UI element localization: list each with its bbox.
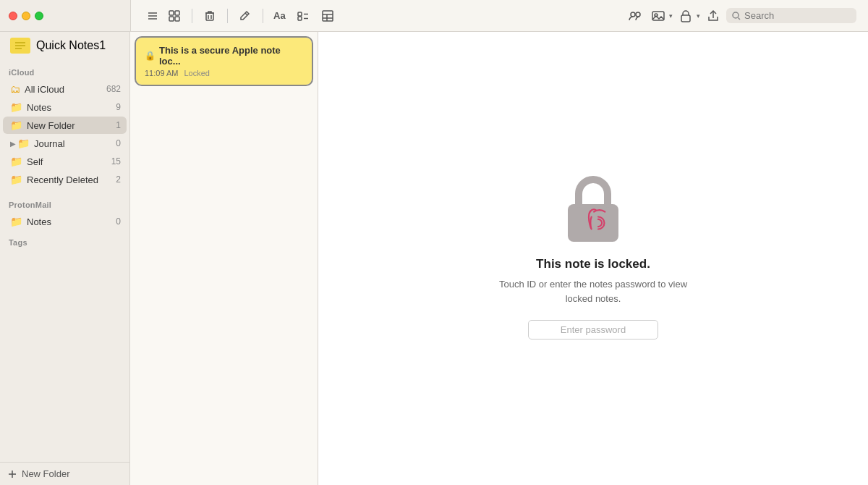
svg-rect-6 bbox=[175, 17, 179, 21]
folder-icon: 🗂 bbox=[10, 83, 20, 95]
svg-rect-12 bbox=[298, 17, 302, 20]
svg-rect-4 bbox=[175, 11, 179, 15]
folder-icon-journal: 📁 bbox=[17, 138, 30, 149]
locked-title: This note is locked. bbox=[536, 257, 650, 271]
sidebar-item-new-folder[interactable]: 📁 New Folder 1 bbox=[3, 117, 127, 134]
font-button[interactable]: Aa bbox=[271, 6, 289, 26]
notes-icloud-label: Notes bbox=[27, 102, 116, 113]
svg-line-25 bbox=[739, 17, 741, 20]
notes-proton-label: Notes bbox=[27, 216, 116, 227]
svg-rect-15 bbox=[323, 11, 333, 21]
sidebar-item-journal[interactable]: ▶ 📁 Journal 0 bbox=[3, 135, 127, 152]
sidebar-item-self[interactable]: 📁 Self 15 bbox=[3, 153, 127, 170]
add-media-group[interactable]: ▾ bbox=[648, 6, 673, 26]
svg-rect-11 bbox=[298, 12, 302, 16]
journal-count: 0 bbox=[116, 138, 121, 148]
new-folder-count: 1 bbox=[116, 120, 121, 130]
self-count: 15 bbox=[111, 156, 121, 166]
svg-point-19 bbox=[631, 12, 635, 17]
all-icloud-count: 682 bbox=[106, 84, 121, 94]
note-card-0[interactable]: 🔒 This is a secure Apple note loc... 11:… bbox=[136, 38, 312, 85]
lock-button[interactable] bbox=[676, 6, 696, 26]
plus-icon bbox=[7, 469, 17, 479]
sidebar-item-all-icloud[interactable]: 🗂 All iCloud 682 bbox=[3, 80, 127, 98]
note-lock-icon: 🔒 bbox=[145, 51, 156, 61]
grid-view-button[interactable] bbox=[164, 6, 184, 26]
new-folder-footer[interactable]: New Folder bbox=[0, 462, 129, 485]
folder-icon-deleted: 📁 bbox=[10, 174, 22, 185]
note-time-0: 11:09 AM bbox=[145, 69, 178, 77]
toolbar-separator bbox=[192, 9, 192, 23]
locked-subtitle: Touch ID or enter the notes password to … bbox=[499, 277, 687, 305]
svg-rect-23 bbox=[681, 15, 690, 22]
folder-icon-notes: 📁 bbox=[10, 101, 22, 113]
self-label: Self bbox=[27, 156, 111, 167]
maximize-button[interactable] bbox=[35, 12, 43, 20]
recently-deleted-label: Recently Deleted bbox=[27, 174, 116, 185]
add-media-dropdown-arrow[interactable]: ▾ bbox=[669, 12, 673, 20]
journal-label: Journal bbox=[34, 138, 116, 149]
quick-notes-icon bbox=[10, 38, 30, 54]
sidebar-item-recently-deleted[interactable]: 📁 Recently Deleted 2 bbox=[3, 171, 127, 188]
folder-icon-self: 📁 bbox=[10, 156, 22, 167]
search-icon bbox=[732, 12, 741, 20]
delete-button[interactable] bbox=[200, 6, 220, 26]
note-status-0: Locked bbox=[184, 69, 209, 77]
protonmail-section: ProtonMail 📁 Notes 0 bbox=[0, 192, 129, 234]
search-input[interactable] bbox=[744, 10, 846, 21]
notes-icloud-count: 9 bbox=[116, 102, 121, 112]
toolbar-separator2 bbox=[227, 9, 228, 23]
table-button[interactable] bbox=[318, 6, 338, 26]
notes-list: 🔒 This is a secure Apple note loc... 11:… bbox=[130, 32, 318, 485]
checklist-button[interactable] bbox=[293, 6, 313, 26]
add-media-button[interactable] bbox=[648, 6, 668, 26]
sidebar: Quick Notes 1 iCloud 🗂 All iCloud 682 📁 … bbox=[0, 32, 130, 485]
share-button[interactable] bbox=[703, 6, 723, 26]
svg-rect-5 bbox=[169, 17, 174, 21]
search-box bbox=[726, 8, 856, 23]
folder-icon-proton: 📁 bbox=[10, 216, 22, 227]
lock-group[interactable]: ▾ bbox=[676, 6, 700, 26]
icloud-section: iCloud 🗂 All iCloud 682 📁 Notes 9 📁 New … bbox=[0, 59, 129, 192]
lock-dropdown-arrow[interactable]: ▾ bbox=[697, 12, 700, 20]
svg-point-24 bbox=[733, 12, 739, 18]
note-meta-0: 11:09 AM Locked bbox=[145, 69, 303, 77]
note-title-0: 🔒 This is a secure Apple note loc... bbox=[145, 45, 303, 67]
detail-pane: This note is locked. Touch ID or enter t… bbox=[318, 32, 868, 485]
all-icloud-label: All iCloud bbox=[25, 84, 106, 95]
chevron-icon-journal: ▶ bbox=[10, 140, 16, 148]
sidebar-item-quick-notes[interactable]: Quick Notes 1 bbox=[3, 33, 127, 58]
quick-notes-label: Quick Notes bbox=[36, 39, 99, 52]
protonmail-label: ProtonMail bbox=[0, 198, 129, 212]
close-button[interactable] bbox=[9, 12, 17, 20]
sidebar-item-notes-icloud[interactable]: 📁 Notes 9 bbox=[3, 98, 127, 116]
quick-notes-count: 1 bbox=[99, 39, 106, 52]
svg-rect-21 bbox=[652, 12, 664, 20]
svg-line-10 bbox=[245, 13, 247, 15]
svg-rect-3 bbox=[169, 11, 174, 15]
minimize-button[interactable] bbox=[22, 12, 30, 20]
new-folder-footer-label: New Folder bbox=[22, 468, 69, 479]
lock-illustration bbox=[561, 177, 626, 242]
notes-proton-count: 0 bbox=[116, 216, 121, 227]
svg-rect-7 bbox=[206, 13, 213, 20]
folder-icon-new: 📁 bbox=[10, 119, 22, 131]
sidebar-item-notes-proton[interactable]: 📁 Notes 0 bbox=[3, 213, 127, 230]
tags-label: Tags bbox=[0, 234, 129, 248]
compose-button[interactable] bbox=[235, 6, 255, 26]
new-folder-label: New Folder bbox=[27, 120, 116, 131]
icloud-label: iCloud bbox=[0, 65, 129, 80]
recently-deleted-count: 2 bbox=[116, 174, 121, 185]
svg-point-20 bbox=[636, 12, 640, 17]
password-input[interactable] bbox=[528, 320, 658, 340]
list-view-button[interactable] bbox=[142, 6, 163, 26]
toolbar-separator3 bbox=[263, 9, 263, 23]
lock-svg bbox=[561, 174, 626, 246]
tags-section: Tags bbox=[0, 234, 129, 248]
collaborate-button[interactable] bbox=[625, 6, 645, 26]
